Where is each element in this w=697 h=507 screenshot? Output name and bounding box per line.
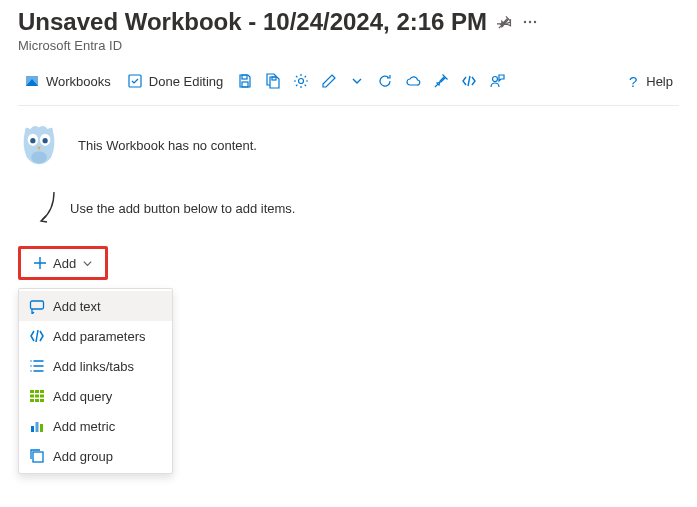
chart-icon: [29, 418, 45, 434]
add-button[interactable]: Add: [18, 246, 108, 280]
refresh-button[interactable]: [373, 67, 397, 95]
save-icon: [237, 73, 253, 89]
plus-icon: [33, 256, 47, 270]
svg-point-14: [31, 151, 47, 163]
edit-dropdown[interactable]: [345, 67, 369, 95]
product-name: Microsoft Entra ID: [18, 38, 679, 53]
chevron-down-icon: [351, 75, 363, 87]
svg-rect-26: [36, 422, 39, 432]
add-group-item[interactable]: Add group: [19, 441, 172, 471]
svg-rect-19: [30, 395, 34, 398]
help-button[interactable]: ? Help: [623, 67, 679, 95]
more-icon[interactable]: [522, 14, 538, 30]
help-icon: ?: [629, 73, 637, 90]
add-query-label: Add query: [53, 389, 112, 404]
code-button[interactable]: [457, 67, 481, 95]
pin-toolbar-icon: [433, 73, 449, 89]
svg-rect-28: [33, 452, 43, 462]
pin-button[interactable]: [429, 67, 453, 95]
chevron-down-icon: [82, 258, 93, 269]
cloud-icon: [405, 73, 421, 89]
workbook-icon: [24, 73, 40, 89]
svg-point-9: [493, 77, 498, 82]
svg-rect-16: [30, 390, 34, 393]
hint-text: Use the add button below to add items.: [70, 201, 295, 216]
svg-rect-27: [40, 424, 43, 432]
add-links-label: Add links/tabs: [53, 359, 134, 374]
add-parameters-item[interactable]: Add parameters: [19, 321, 172, 351]
group-icon: [29, 448, 45, 464]
svg-rect-5: [242, 75, 247, 79]
svg-point-13: [43, 138, 48, 143]
curved-arrow-icon: [36, 190, 58, 226]
svg-rect-21: [40, 395, 44, 398]
pencil-icon: [321, 73, 337, 89]
svg-rect-15: [31, 301, 44, 309]
page-title: Unsaved Workbook - 10/24/2024, 2:16 PM: [18, 8, 487, 36]
svg-point-0: [524, 21, 526, 23]
svg-rect-17: [35, 390, 39, 393]
feedback-button[interactable]: [485, 67, 509, 95]
svg-point-8: [299, 79, 304, 84]
add-parameters-label: Add parameters: [53, 329, 146, 344]
workbooks-button[interactable]: Workbooks: [18, 67, 117, 95]
pin-icon[interactable]: [497, 15, 512, 30]
add-text-label: Add text: [53, 299, 101, 314]
workbooks-label: Workbooks: [46, 74, 111, 89]
svg-rect-22: [30, 399, 34, 402]
add-dropdown: Add text Add parameters Add links/tabs A…: [18, 288, 173, 474]
grid-icon: [29, 388, 45, 404]
svg-point-2: [534, 21, 536, 23]
svg-rect-25: [31, 426, 34, 432]
save-as-icon: [265, 73, 281, 89]
svg-rect-6: [242, 82, 248, 87]
add-group-label: Add group: [53, 449, 113, 464]
code-icon: [461, 73, 477, 89]
save-button[interactable]: [233, 67, 257, 95]
add-metric-label: Add metric: [53, 419, 115, 434]
toolbar: Workbooks Done Editing ? Help: [18, 67, 679, 106]
add-metric-item[interactable]: Add metric: [19, 411, 172, 441]
done-editing-icon: [127, 73, 143, 89]
parameters-icon: [29, 328, 45, 344]
empty-message: This Workbook has no content.: [78, 138, 257, 153]
svg-point-12: [30, 138, 35, 143]
gear-icon: [293, 73, 309, 89]
done-editing-button[interactable]: Done Editing: [121, 67, 229, 95]
text-icon: [29, 298, 45, 314]
svg-rect-24: [40, 399, 44, 402]
share-button[interactable]: [401, 67, 425, 95]
help-label: Help: [646, 74, 673, 89]
add-text-item[interactable]: Add text: [19, 291, 172, 321]
list-icon: [29, 358, 45, 374]
svg-rect-4: [129, 75, 141, 87]
add-links-item[interactable]: Add links/tabs: [19, 351, 172, 381]
add-query-item[interactable]: Add query: [19, 381, 172, 411]
save-as-button[interactable]: [261, 67, 285, 95]
svg-rect-23: [35, 399, 39, 402]
person-feedback-icon: [489, 73, 505, 89]
done-editing-label: Done Editing: [149, 74, 223, 89]
edit-button[interactable]: [317, 67, 341, 95]
svg-rect-18: [40, 390, 44, 393]
owl-icon: [18, 124, 60, 166]
refresh-icon: [377, 73, 393, 89]
svg-point-1: [529, 21, 531, 23]
settings-button[interactable]: [289, 67, 313, 95]
svg-rect-20: [35, 395, 39, 398]
add-label: Add: [53, 256, 76, 271]
